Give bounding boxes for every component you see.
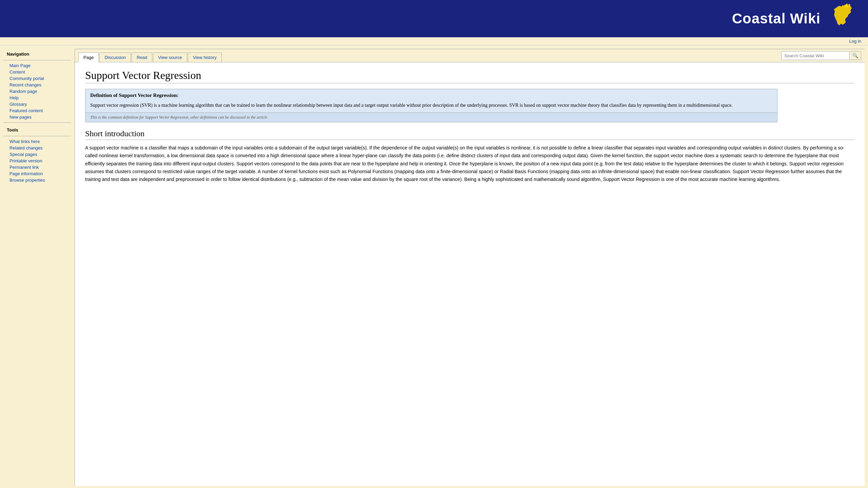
navigation-section-title: Navigation — [0, 49, 75, 58]
search-input[interactable] — [782, 52, 849, 60]
sidebar-item-special-pages[interactable]: Special pages — [0, 151, 75, 158]
sidebar-item-printable-version[interactable]: Printable version — [0, 158, 75, 164]
sidebar-item-new-pages[interactable]: New pages — [0, 114, 75, 120]
sidebar-item-glossary[interactable]: Glossary — [0, 101, 75, 107]
sidebar: Navigation Main Page Content Community p… — [0, 45, 75, 486]
tab-read[interactable]: Read — [132, 53, 152, 62]
sidebar-item-related-changes[interactable]: Related changes — [0, 145, 75, 151]
sidebar-item-page-information[interactable]: Page information — [0, 170, 75, 177]
tabs-right: 🔍 — [781, 49, 861, 62]
tab-view-source[interactable]: View source — [153, 53, 187, 62]
definition-box-body: Support vector regression (SVR) is a mac… — [85, 100, 777, 113]
tab-page[interactable]: Page — [78, 53, 99, 62]
tools-section-title: Tools — [0, 125, 75, 134]
top-bar: Log in — [0, 37, 868, 45]
tabs-left: Page Discussion Read View source View hi… — [78, 53, 222, 62]
site-title: Coastal Wiki — [732, 11, 821, 27]
sidebar-item-content[interactable]: Content — [0, 69, 75, 75]
nav-divider — [3, 60, 71, 60]
content-area: Page Discussion Read View source View hi… — [75, 49, 865, 486]
sidebar-item-what-links-here[interactable]: What links here — [0, 138, 75, 145]
sidebar-item-random-page[interactable]: Random page — [0, 88, 75, 95]
short-intro-section-title: Short introduction — [85, 129, 854, 140]
sidebar-item-main-page[interactable]: Main Page — [0, 62, 75, 69]
short-intro-paragraph: A support vector machine is a classifier… — [85, 144, 854, 183]
tab-bar: Page Discussion Read View source View hi… — [75, 49, 865, 62]
sidebar-item-permanent-link[interactable]: Permanent link — [0, 164, 75, 170]
sidebar-item-browse-properties[interactable]: Browse properties — [0, 177, 75, 183]
definition-box-title: Definition of Support Vector Regression: — [85, 89, 777, 100]
search-box: 🔍 — [781, 51, 861, 60]
definition-box-footer: This is the common definition for Suppor… — [85, 113, 777, 122]
login-link[interactable]: Log in — [849, 39, 861, 44]
site-header: Coastal Wiki — [0, 0, 868, 37]
tools-divider2 — [3, 136, 71, 136]
sidebar-item-recent-changes[interactable]: Recent changes — [0, 82, 75, 88]
search-button[interactable]: 🔍 — [849, 52, 861, 60]
sidebar-item-featured-content[interactable]: Featured content — [0, 107, 75, 114]
sidebar-item-help[interactable]: Help — [0, 95, 75, 101]
main-container: Navigation Main Page Content Community p… — [0, 45, 868, 486]
tools-divider — [3, 122, 71, 123]
sidebar-item-community-portal[interactable]: Community portal — [0, 75, 75, 82]
definition-box: Definition of Support Vector Regression:… — [85, 89, 777, 122]
logo-map — [827, 2, 861, 36]
article: Support Vector Regression Definition of … — [75, 62, 865, 194]
tab-view-history[interactable]: View history — [188, 53, 222, 62]
article-title: Support Vector Regression — [85, 69, 854, 83]
tab-discussion[interactable]: Discussion — [99, 53, 131, 62]
